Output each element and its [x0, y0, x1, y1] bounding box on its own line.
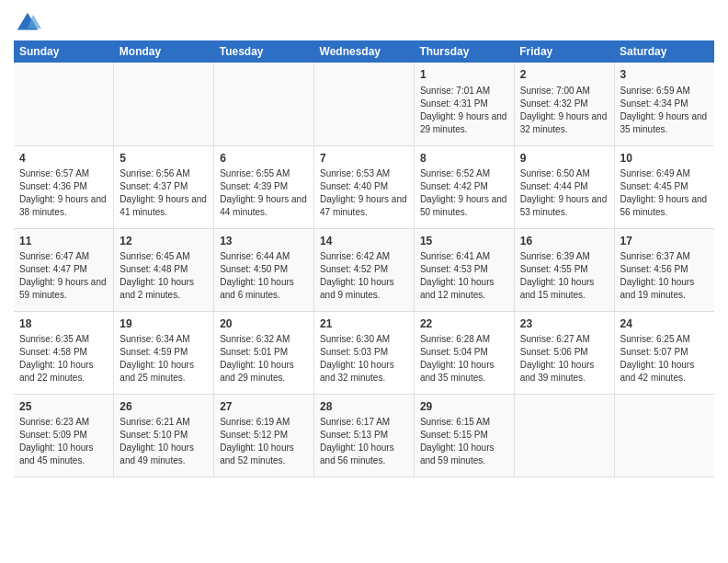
calendar-day-25: 25Sunrise: 6:23 AMSunset: 5:09 PMDayligh…	[14, 394, 114, 477]
empty-cell	[14, 63, 114, 145]
empty-cell	[314, 63, 415, 145]
empty-cell	[614, 394, 714, 477]
day-info: Sunrise: 6:17 AMSunset: 5:13 PMDaylight:…	[320, 416, 408, 467]
day-number: 22	[420, 316, 508, 332]
day-number: 19	[119, 316, 208, 332]
calendar-day-20: 20Sunrise: 6:32 AMSunset: 5:01 PMDayligh…	[214, 311, 314, 394]
calendar-header-row: SundayMondayTuesdayWednesdayThursdayFrid…	[14, 40, 714, 63]
day-info: Sunrise: 6:28 AMSunset: 5:04 PMDaylight:…	[420, 333, 508, 385]
calendar-week-row: 18Sunrise: 6:35 AMSunset: 4:58 PMDayligh…	[14, 311, 714, 394]
day-info: Sunrise: 6:23 AMSunset: 5:09 PMDaylight:…	[19, 416, 108, 467]
calendar-day-19: 19Sunrise: 6:34 AMSunset: 4:59 PMDayligh…	[114, 311, 214, 394]
calendar-day-26: 26Sunrise: 6:21 AMSunset: 5:10 PMDayligh…	[114, 394, 214, 477]
calendar-day-27: 27Sunrise: 6:19 AMSunset: 5:12 PMDayligh…	[214, 394, 314, 477]
page-header	[14, 9, 714, 37]
header-tuesday: Tuesday	[214, 40, 314, 63]
day-info: Sunrise: 6:34 AMSunset: 4:59 PMDaylight:…	[119, 333, 208, 385]
calendar-day-23: 23Sunrise: 6:27 AMSunset: 5:06 PMDayligh…	[514, 311, 614, 394]
day-number: 14	[320, 234, 408, 249]
day-number: 4	[19, 151, 108, 167]
calendar-day-24: 24Sunrise: 6:25 AMSunset: 5:07 PMDayligh…	[614, 311, 714, 394]
day-info: Sunrise: 6:37 AMSunset: 4:56 PMDaylight:…	[620, 250, 709, 302]
day-info: Sunrise: 7:00 AMSunset: 4:32 PMDaylight:…	[520, 85, 609, 136]
day-number: 6	[220, 151, 308, 167]
calendar-day-3: 3Sunrise: 6:59 AMSunset: 4:34 PMDaylight…	[614, 63, 714, 145]
calendar-week-row: 25Sunrise: 6:23 AMSunset: 5:09 PMDayligh…	[14, 394, 714, 477]
header-sunday: Sunday	[14, 40, 114, 63]
day-info: Sunrise: 6:57 AMSunset: 4:36 PMDaylight:…	[19, 167, 108, 219]
day-info: Sunrise: 6:19 AMSunset: 5:12 PMDaylight:…	[220, 416, 308, 467]
empty-cell	[214, 63, 314, 145]
calendar-day-1: 1Sunrise: 7:01 AMSunset: 4:31 PMDaylight…	[414, 63, 514, 145]
calendar-week-row: 4Sunrise: 6:57 AMSunset: 4:36 PMDaylight…	[14, 145, 714, 228]
calendar-day-8: 8Sunrise: 6:52 AMSunset: 4:42 PMDaylight…	[414, 145, 514, 228]
empty-cell	[514, 394, 614, 477]
day-info: Sunrise: 6:44 AMSunset: 4:50 PMDaylight:…	[220, 250, 308, 302]
day-number: 9	[520, 151, 609, 167]
day-info: Sunrise: 6:55 AMSunset: 4:39 PMDaylight:…	[220, 167, 308, 219]
calendar-day-13: 13Sunrise: 6:44 AMSunset: 4:50 PMDayligh…	[214, 228, 314, 311]
calendar-day-10: 10Sunrise: 6:49 AMSunset: 4:45 PMDayligh…	[614, 145, 714, 228]
header-wednesday: Wednesday	[314, 40, 415, 63]
calendar-day-29: 29Sunrise: 6:15 AMSunset: 5:15 PMDayligh…	[414, 394, 514, 477]
day-number: 24	[620, 316, 709, 332]
day-info: Sunrise: 6:39 AMSunset: 4:55 PMDaylight:…	[520, 250, 609, 302]
day-number: 11	[19, 234, 108, 249]
day-info: Sunrise: 6:49 AMSunset: 4:45 PMDaylight:…	[620, 167, 709, 219]
day-number: 13	[220, 234, 308, 249]
day-number: 1	[420, 67, 508, 83]
day-info: Sunrise: 6:35 AMSunset: 4:58 PMDaylight:…	[19, 333, 108, 385]
day-number: 18	[19, 316, 108, 332]
day-info: Sunrise: 6:32 AMSunset: 5:01 PMDaylight:…	[220, 333, 308, 385]
day-info: Sunrise: 6:15 AMSunset: 5:15 PMDaylight:…	[420, 416, 508, 467]
header-saturday: Saturday	[614, 40, 714, 63]
calendar-day-9: 9Sunrise: 6:50 AMSunset: 4:44 PMDaylight…	[514, 145, 614, 228]
calendar-day-18: 18Sunrise: 6:35 AMSunset: 4:58 PMDayligh…	[14, 311, 114, 394]
day-info: Sunrise: 6:59 AMSunset: 4:34 PMDaylight:…	[620, 85, 709, 136]
day-info: Sunrise: 6:50 AMSunset: 4:44 PMDaylight:…	[520, 167, 609, 219]
calendar-body: 1Sunrise: 7:01 AMSunset: 4:31 PMDaylight…	[14, 63, 714, 477]
day-number: 28	[320, 399, 408, 415]
calendar-week-row: 1Sunrise: 7:01 AMSunset: 4:31 PMDaylight…	[14, 63, 714, 145]
day-number: 5	[119, 151, 208, 167]
calendar-day-28: 28Sunrise: 6:17 AMSunset: 5:13 PMDayligh…	[314, 394, 415, 477]
calendar-day-17: 17Sunrise: 6:37 AMSunset: 4:56 PMDayligh…	[614, 228, 714, 311]
day-number: 12	[119, 234, 208, 249]
day-number: 23	[520, 316, 609, 332]
day-number: 29	[420, 399, 508, 415]
calendar-day-6: 6Sunrise: 6:55 AMSunset: 4:39 PMDaylight…	[214, 145, 314, 228]
calendar-day-22: 22Sunrise: 6:28 AMSunset: 5:04 PMDayligh…	[414, 311, 514, 394]
calendar-day-16: 16Sunrise: 6:39 AMSunset: 4:55 PMDayligh…	[514, 228, 614, 311]
calendar-day-14: 14Sunrise: 6:42 AMSunset: 4:52 PMDayligh…	[314, 228, 415, 311]
calendar-day-12: 12Sunrise: 6:45 AMSunset: 4:48 PMDayligh…	[114, 228, 214, 311]
day-info: Sunrise: 6:56 AMSunset: 4:37 PMDaylight:…	[119, 167, 208, 219]
calendar-day-15: 15Sunrise: 6:41 AMSunset: 4:53 PMDayligh…	[414, 228, 514, 311]
day-info: Sunrise: 6:42 AMSunset: 4:52 PMDaylight:…	[320, 250, 408, 302]
calendar-day-4: 4Sunrise: 6:57 AMSunset: 4:36 PMDaylight…	[14, 145, 114, 228]
day-info: Sunrise: 6:21 AMSunset: 5:10 PMDaylight:…	[119, 416, 208, 467]
calendar-day-11: 11Sunrise: 6:47 AMSunset: 4:47 PMDayligh…	[14, 228, 114, 311]
logo	[14, 9, 45, 37]
day-number: 20	[220, 316, 308, 332]
day-info: Sunrise: 6:30 AMSunset: 5:03 PMDaylight:…	[320, 333, 408, 385]
day-info: Sunrise: 6:53 AMSunset: 4:40 PMDaylight:…	[320, 167, 408, 219]
day-info: Sunrise: 7:01 AMSunset: 4:31 PMDaylight:…	[420, 85, 508, 136]
calendar-day-7: 7Sunrise: 6:53 AMSunset: 4:40 PMDaylight…	[314, 145, 415, 228]
day-number: 15	[420, 234, 508, 249]
day-number: 26	[119, 399, 208, 415]
day-info: Sunrise: 6:52 AMSunset: 4:42 PMDaylight:…	[420, 167, 508, 219]
day-info: Sunrise: 6:45 AMSunset: 4:48 PMDaylight:…	[119, 250, 208, 302]
calendar-day-21: 21Sunrise: 6:30 AMSunset: 5:03 PMDayligh…	[314, 311, 415, 394]
day-number: 3	[620, 67, 709, 83]
calendar-day-5: 5Sunrise: 6:56 AMSunset: 4:37 PMDaylight…	[114, 145, 214, 228]
day-info: Sunrise: 6:41 AMSunset: 4:53 PMDaylight:…	[420, 250, 508, 302]
day-number: 16	[520, 234, 609, 249]
day-number: 25	[19, 399, 108, 415]
day-number: 21	[320, 316, 408, 332]
day-info: Sunrise: 6:27 AMSunset: 5:06 PMDaylight:…	[520, 333, 609, 385]
day-number: 17	[620, 234, 709, 249]
day-number: 10	[620, 151, 709, 167]
day-number: 2	[520, 67, 609, 83]
header-thursday: Thursday	[414, 40, 514, 63]
header-friday: Friday	[514, 40, 614, 63]
